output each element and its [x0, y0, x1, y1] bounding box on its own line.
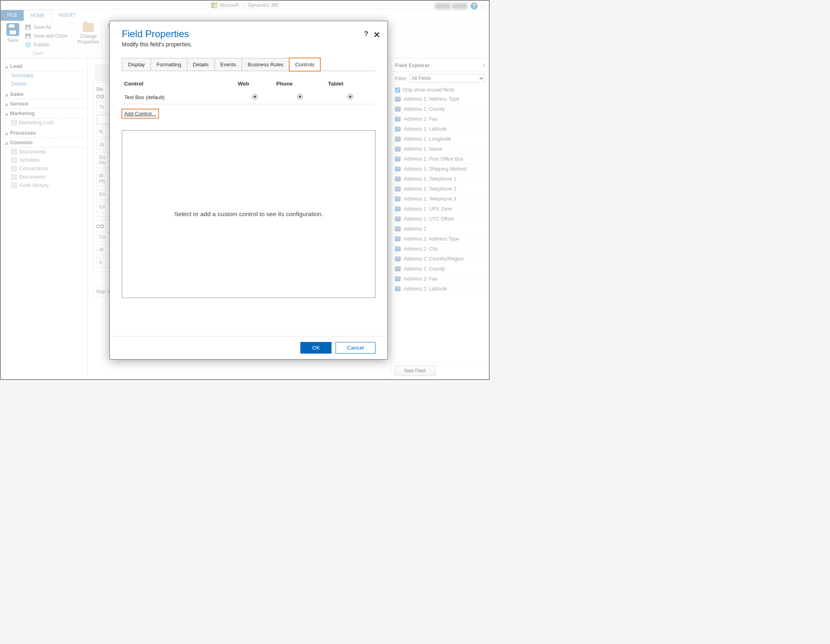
- disk-icon: [6, 23, 19, 36]
- field-item[interactable]: Address 2: County: [391, 264, 489, 274]
- nav-documents2[interactable]: Documents: [2, 173, 86, 181]
- field-icon: [395, 286, 401, 291]
- radio-tablet[interactable]: [347, 94, 353, 99]
- control-config-area: Select or add a custom control to see it…: [122, 130, 375, 298]
- activity-icon: [11, 157, 17, 163]
- field-item[interactable]: Address 1: UPS Zone: [391, 204, 489, 214]
- tab-controls[interactable]: Controls: [289, 58, 320, 71]
- nav-marketing[interactable]: Marketing: [2, 109, 86, 118]
- nav-connections[interactable]: Connections: [2, 164, 86, 173]
- tab-display[interactable]: Display: [122, 58, 151, 71]
- field-item[interactable]: Address 2: Address Type: [391, 234, 489, 244]
- doc-icon: [11, 174, 17, 180]
- field-icon: [395, 227, 401, 231]
- unused-checkbox[interactable]: [395, 87, 400, 93]
- publish-button[interactable]: 🌐Publish: [23, 41, 69, 49]
- field-item[interactable]: Address 1: UTC Offset: [391, 214, 489, 224]
- tab-business-rules[interactable]: Business Rules: [242, 58, 290, 71]
- field-item[interactable]: Address 1: Address Type: [391, 94, 489, 104]
- field-item[interactable]: Address 1: Telephone 1: [391, 174, 489, 184]
- nav-marketing-lists[interactable]: Marketing Lists: [2, 118, 86, 127]
- field-properties-dialog: Field Properties Modify this field's pro…: [109, 21, 388, 360]
- left-nav: Lead Summary Details Sales Service Marke…: [1, 59, 88, 379]
- th-tablet: Tablet: [326, 78, 375, 90]
- radio-phone[interactable]: [297, 94, 303, 99]
- nav-common[interactable]: Common: [2, 138, 86, 147]
- home-icon[interactable]: ⌂: [481, 3, 484, 9]
- field-icon: [395, 107, 401, 111]
- field-item[interactable]: Address 2: Country/Region: [391, 254, 489, 264]
- dialog-tabs: Display Formatting Details Events Busine…: [122, 58, 375, 71]
- save-close-button[interactable]: 💾Save and Close: [23, 32, 69, 40]
- nav-activities[interactable]: Activities: [2, 156, 86, 164]
- tab-details[interactable]: Details: [187, 58, 215, 71]
- dialog-help-icon[interactable]: ?: [364, 30, 368, 38]
- vendor-label: Microsoft: [220, 2, 239, 8]
- field-item[interactable]: Address 1: Shipping Method: [391, 164, 489, 174]
- field-item[interactable]: Address 1: Latitude: [391, 124, 489, 134]
- field-item[interactable]: Address 2: Fax: [391, 274, 489, 284]
- close-icon[interactable]: ✕: [373, 30, 380, 40]
- save-label: Save: [7, 38, 18, 43]
- field-icon: [395, 147, 401, 151]
- add-control-link[interactable]: Add Control...: [122, 109, 159, 118]
- cancel-button[interactable]: Cancel: [336, 342, 375, 354]
- nav-lead[interactable]: Lead: [2, 62, 86, 71]
- field-icon: [395, 256, 401, 261]
- tab-insert[interactable]: INSERT: [52, 10, 82, 21]
- control-row-default[interactable]: Text Box (default): [123, 91, 375, 104]
- unused-label: Only show unused fields: [403, 87, 455, 93]
- tab-events[interactable]: Events: [214, 58, 242, 71]
- filter-select[interactable]: All Fields: [410, 74, 485, 83]
- field-item[interactable]: Address 2: Latitude: [391, 284, 489, 294]
- field-item[interactable]: Address 1: Name: [391, 144, 489, 154]
- config-placeholder: Select or add a custom control to see it…: [174, 211, 323, 218]
- change-properties-button[interactable]: Change Properties: [77, 23, 99, 45]
- th-web: Web: [236, 78, 274, 90]
- group-save-label: Save: [33, 51, 43, 56]
- field-item[interactable]: Address 1: Post Office Box: [391, 154, 489, 164]
- field-item[interactable]: Address 1: Longitude: [391, 134, 489, 144]
- field-icon: [395, 127, 401, 131]
- save-as-icon: 💾: [25, 24, 31, 30]
- field-icon: [395, 197, 401, 201]
- new-field-button[interactable]: New Field: [394, 366, 435, 376]
- field-icon: [395, 177, 401, 181]
- field-item[interactable]: Address 1: Telephone 2: [391, 184, 489, 194]
- connection-icon: [11, 166, 17, 171]
- field-item[interactable]: Address 2: City: [391, 244, 489, 254]
- tab-file[interactable]: FILE: [1, 10, 24, 21]
- dialog-title: Field Properties: [122, 28, 375, 40]
- field-item[interactable]: Address 2: [391, 224, 489, 234]
- chevron-right-icon[interactable]: [483, 62, 485, 69]
- nav-lead-details[interactable]: Details: [2, 80, 86, 88]
- publish-icon: 🌐: [25, 42, 31, 48]
- save-button[interactable]: Save: [6, 23, 19, 43]
- ok-button[interactable]: OK: [300, 342, 332, 354]
- field-item[interactable]: Address 1: County: [391, 104, 489, 114]
- field-list[interactable]: Address 1: Address TypeAddress 1: County…: [391, 94, 489, 362]
- nav-sales[interactable]: Sales: [2, 89, 86, 99]
- field-explorer: Field Explorer Filter All Fields Only sh…: [391, 59, 489, 379]
- nav-documents[interactable]: Documents: [2, 147, 86, 156]
- entity-image-placeholder[interactable]: [95, 65, 111, 81]
- radio-web[interactable]: [252, 94, 258, 99]
- tab-home[interactable]: HOME: [24, 10, 52, 21]
- dialog-subtitle: Modify this field's properties.: [122, 41, 375, 48]
- nav-audit[interactable]: Audit History: [2, 181, 86, 189]
- save-as-button[interactable]: 💾Save As: [23, 23, 69, 31]
- th-control: Control: [123, 78, 236, 90]
- tab-formatting[interactable]: Formatting: [151, 58, 187, 71]
- user-name: ████ ████: [435, 3, 467, 9]
- field-icon: [395, 237, 401, 241]
- nav-service[interactable]: Service: [2, 99, 86, 109]
- nav-lead-summary[interactable]: Summary: [2, 71, 86, 80]
- field-item[interactable]: Address 1: Telephone 3: [391, 194, 489, 204]
- separator: |: [243, 2, 244, 8]
- help-icon[interactable]: ?: [471, 2, 478, 10]
- field-item[interactable]: Address 1: Fax: [391, 114, 489, 124]
- folder-icon: [83, 23, 94, 32]
- field-icon: [395, 207, 401, 211]
- nav-processes[interactable]: Processes: [2, 128, 86, 138]
- audit-icon: [11, 183, 17, 188]
